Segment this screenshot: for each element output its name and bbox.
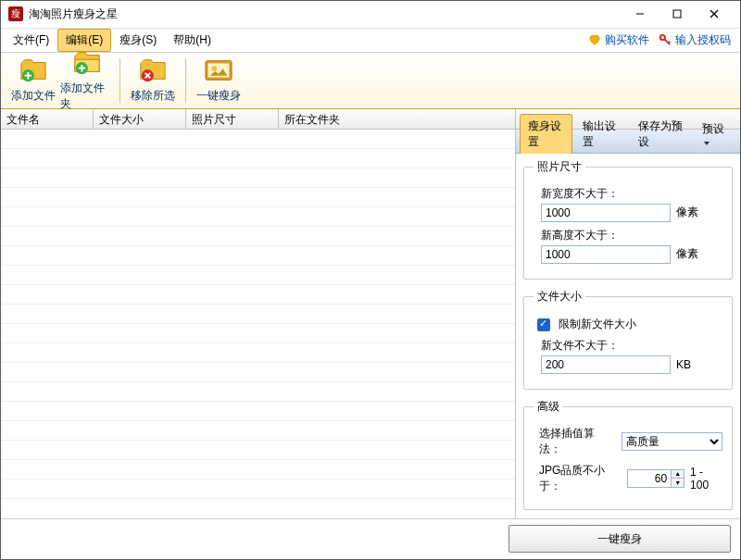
window-title: 淘淘照片瘦身之星: [29, 6, 118, 22]
folder-plus-green-icon: [73, 49, 101, 77]
max-filesize-input[interactable]: [541, 355, 671, 374]
settings-tabs: 瘦身设置 输出设置 保存为预设 预设: [516, 130, 740, 154]
svg-point-12: [212, 66, 218, 71]
folder-plus-green-icon: [19, 56, 47, 84]
file-table: 文件名 文件大小 照片尺寸 所在文件夹: [1, 109, 516, 518]
table-row: [1, 130, 515, 149]
new-height-input[interactable]: [541, 245, 671, 264]
group-advanced-legend: 高级: [534, 399, 563, 415]
group-photo-size-legend: 照片尺寸: [534, 159, 585, 175]
table-row: [1, 168, 515, 188]
table-row: [1, 421, 515, 441]
jpg-quality-label: JPG品质不小于：: [539, 463, 622, 494]
buy-link[interactable]: 购买软件: [588, 32, 649, 48]
remove-selected-button[interactable]: 移除所选: [126, 55, 180, 106]
new-width-label: 新宽度不大于：: [541, 186, 722, 202]
group-advanced: 高级 选择插值算法： 高质量 JPG品质不小于： ▲ ▼: [523, 399, 733, 510]
app-icon: 瘦: [8, 6, 23, 21]
app-window: 瘦 淘淘照片瘦身之星 文件(F) 编辑(E) 瘦身(S) 帮助(H) 购买软件: [0, 0, 741, 560]
menu-help[interactable]: 帮助(H): [165, 29, 220, 52]
toolbar: 添加文件 添加文件夹 移除所选: [1, 53, 740, 109]
col-folder[interactable]: 所在文件夹: [279, 109, 515, 129]
table-row: [1, 207, 515, 227]
table-row: [1, 305, 515, 324]
menubar: 文件(F) 编辑(E) 瘦身(S) 帮助(H) 购买软件 输入授权码: [1, 29, 740, 53]
jpg-quality-spinner[interactable]: ▲ ▼: [627, 469, 684, 488]
svg-rect-1: [673, 10, 681, 18]
menu-file[interactable]: 文件(F): [5, 29, 57, 52]
close-button[interactable]: [696, 2, 733, 26]
table-row: [1, 188, 515, 207]
folder-remove-icon: [139, 56, 167, 84]
settings-panel: 设置 瘦身设置 输出设置 保存为预设 预设 照片尺寸 新宽度不大于： 像素: [516, 109, 740, 518]
algo-label: 选择插值算法：: [539, 426, 616, 457]
table-row: [1, 343, 515, 363]
algo-select[interactable]: 高质量: [622, 432, 722, 451]
spin-up-icon[interactable]: ▲: [672, 470, 684, 479]
maximize-button[interactable]: [659, 2, 696, 26]
table-header: 文件名 文件大小 照片尺寸 所在文件夹: [1, 109, 515, 130]
unit-pixel: 像素: [676, 205, 698, 220]
col-filename[interactable]: 文件名: [1, 109, 94, 129]
table-row: [1, 402, 515, 421]
table-body[interactable]: [1, 130, 515, 518]
new-width-input[interactable]: [541, 204, 671, 222]
jpg-quality-range: 1 - 100: [690, 466, 722, 492]
toolbar-separator: [185, 58, 186, 103]
key-icon: [659, 33, 672, 46]
col-photodim[interactable]: 照片尺寸: [186, 109, 279, 129]
table-row: [1, 382, 515, 402]
heart-icon: [588, 33, 601, 46]
window-controls: [622, 2, 733, 26]
tab-save-preset[interactable]: 保存为预设: [630, 114, 692, 154]
add-folder-label: 添加文件夹: [60, 81, 114, 112]
add-file-button[interactable]: 添加文件: [6, 55, 60, 106]
minimize-button[interactable]: [622, 2, 659, 26]
buy-link-label: 购买软件: [605, 32, 649, 48]
spin-down-icon[interactable]: ▼: [672, 479, 684, 487]
table-row: [1, 227, 515, 246]
group-file-size-legend: 文件大小: [534, 289, 585, 305]
tab-slim-settings[interactable]: 瘦身设置: [520, 114, 572, 154]
limit-filesize-checkbox[interactable]: [537, 318, 550, 331]
license-link[interactable]: 输入授权码: [659, 32, 731, 48]
col-filesize[interactable]: 文件大小: [94, 109, 186, 129]
new-height-label: 新高度不大于：: [541, 228, 722, 243]
table-row: [1, 363, 515, 382]
go-button[interactable]: 一键瘦身: [509, 525, 731, 553]
photo-icon: [205, 56, 232, 84]
unit-pixel: 像素: [676, 246, 698, 262]
unit-kb: KB: [676, 358, 691, 371]
group-photo-size: 照片尺寸 新宽度不大于： 像素 新高度不大于： 像素: [523, 159, 733, 280]
jpg-quality-input[interactable]: [628, 470, 671, 487]
table-row: [1, 479, 515, 499]
remove-selected-label: 移除所选: [131, 88, 175, 104]
one-key-button[interactable]: 一键瘦身: [192, 55, 245, 106]
titlebar: 瘦 淘淘照片瘦身之星: [1, 1, 740, 29]
toolbar-separator: [119, 58, 120, 103]
bottom-bar: 一键瘦身: [1, 519, 740, 560]
table-row: [1, 149, 515, 168]
table-row: [1, 460, 515, 479]
tab-output-settings[interactable]: 输出设置: [574, 114, 627, 154]
max-filesize-label: 新文件不大于：: [541, 338, 722, 354]
group-file-size: 文件大小 限制新文件大小 新文件不大于： KB: [523, 289, 733, 390]
table-row: [1, 285, 515, 305]
settings-body: 照片尺寸 新宽度不大于： 像素 新高度不大于： 像素: [516, 154, 740, 518]
tab-presets[interactable]: 预设: [694, 117, 735, 154]
svg-line-6: [669, 42, 671, 44]
table-row: [1, 441, 515, 460]
limit-filesize-label: 限制新文件大小: [559, 317, 636, 332]
license-link-label: 输入授权码: [675, 32, 731, 48]
menu-slim[interactable]: 瘦身(S): [111, 29, 165, 52]
add-folder-button[interactable]: 添加文件夹: [60, 55, 114, 106]
one-key-label: 一键瘦身: [196, 88, 241, 104]
add-file-label: 添加文件: [11, 88, 56, 104]
table-row: [1, 246, 515, 266]
content-row: 文件名 文件大小 照片尺寸 所在文件夹: [1, 109, 740, 519]
table-row: [1, 266, 515, 285]
table-row: [1, 324, 515, 343]
